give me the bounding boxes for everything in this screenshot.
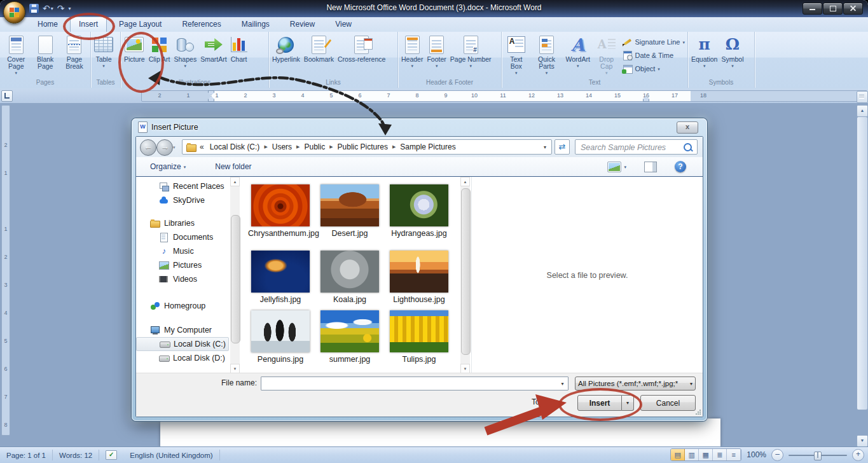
smartart-button[interactable]: SmartArt [198, 32, 228, 78]
object-button[interactable]: Object ▾ [623, 63, 685, 74]
footer-button[interactable]: Footer ▾ [425, 32, 448, 78]
file-item[interactable]: Lighthouse.jpg [387, 251, 451, 304]
close-button[interactable] [843, 3, 863, 15]
page-count[interactable]: Page: 1 of 1 [0, 450, 53, 460]
quick-parts-button[interactable]: Quick Parts ▾ [530, 32, 564, 78]
scroll-up-button[interactable]: ▲ [857, 105, 868, 117]
breadcrumb-item[interactable]: Local Disk (C:) [207, 142, 263, 151]
help-button[interactable]: ? [670, 159, 691, 174]
file-item[interactable]: Chrysanthemum.jpg [248, 184, 313, 238]
restore-button[interactable] [823, 3, 843, 15]
tab-mailings[interactable]: Mailings [233, 17, 278, 32]
print-layout-view-button[interactable]: ▤ [671, 449, 685, 460]
wordart-button[interactable]: A WordArt ▾ [564, 32, 592, 78]
breadcrumb-separator-icon[interactable]: ▶ [391, 144, 397, 149]
breadcrumb-separator-icon[interactable]: ▶ [263, 144, 268, 149]
dialog-close-button[interactable]: x [677, 121, 698, 134]
forward-button[interactable]: → [156, 139, 173, 156]
breadcrumb-separator-icon[interactable]: ▶ [295, 144, 301, 149]
outline-view-button[interactable]: ≣ [713, 449, 727, 460]
bookmark-button[interactable]: Bookmark [302, 32, 336, 78]
sidebar-item-documents[interactable]: Documents [136, 230, 230, 244]
symbol-button[interactable]: Ω Symbol ▾ [719, 32, 745, 78]
ruler-toggle-button[interactable] [857, 91, 868, 103]
new-folder-button[interactable]: New folder [210, 160, 256, 173]
scrollbar-thumb[interactable] [857, 116, 868, 410]
breadcrumb-item[interactable]: Sample Pictures [397, 142, 458, 151]
zoom-slider-thumb[interactable] [814, 452, 822, 460]
tab-review[interactable]: Review [282, 17, 323, 32]
zoom-slider[interactable] [789, 450, 847, 460]
proofing-button[interactable]: ✓ [99, 450, 123, 460]
sidebar-item-recent-places[interactable]: Recent Places [136, 179, 230, 193]
page-number-button[interactable]: # Page Number ▾ [448, 32, 493, 78]
full-screen-reading-view-button[interactable]: ▥ [685, 449, 699, 460]
text-box-button[interactable]: A Text Box ▾ [503, 32, 530, 78]
breadcrumb[interactable]: « Local Disk (C:) ▶ Users ▶ Public ▶ Pub… [182, 139, 552, 155]
drop-cap-button[interactable]: A Drop Cap ▾ [592, 32, 621, 78]
sidebar-item-libraries[interactable]: Libraries [136, 216, 230, 230]
sidebar-item-my-computer[interactable]: My Computer [136, 323, 230, 337]
scrollbar-thumb[interactable] [231, 215, 240, 343]
file-item[interactable]: summer.jpg [317, 310, 382, 364]
tab-selector[interactable] [1, 90, 13, 102]
file-item[interactable]: Jellyfish.jpg [248, 251, 313, 304]
tab-view[interactable]: View [327, 17, 360, 32]
sidebar-item-music[interactable]: ♪Music [136, 244, 230, 258]
file-item[interactable]: Koala.jpg [317, 251, 382, 304]
shapes-button[interactable]: Shapes ▾ [172, 32, 199, 78]
zoom-out-button[interactable]: – [771, 449, 783, 461]
breadcrumb-item[interactable]: Users [269, 142, 295, 151]
file-item[interactable]: Hydrangeas.jpg [387, 184, 451, 238]
cross-reference-button[interactable]: Cross-reference [336, 32, 387, 78]
back-button[interactable]: ← [140, 139, 156, 156]
header-button[interactable]: Header ▾ [399, 32, 425, 78]
document-page[interactable] [160, 418, 720, 447]
draft-view-button[interactable]: ≡ [727, 449, 741, 460]
tab-page-layout[interactable]: Page Layout [111, 17, 170, 32]
file-item[interactable]: Penguins.jpg [248, 310, 313, 364]
blank-page-button[interactable]: Blank Page [31, 32, 60, 78]
breadcrumb-separator-icon[interactable]: ▶ [328, 144, 334, 149]
file-item[interactable]: Tulips.jpg [387, 310, 451, 364]
scrollbar-thumb[interactable] [461, 188, 471, 355]
refresh-button[interactable]: ⇄ [555, 139, 570, 155]
equation-button[interactable]: π Equation ▾ [689, 32, 719, 78]
hyperlink-button[interactable]: Hyperlink [270, 32, 302, 78]
scroll-down-button[interactable]: ▼ [230, 364, 240, 373]
cancel-button[interactable]: Cancel [640, 395, 696, 411]
word-count[interactable]: Words: 12 [53, 450, 99, 460]
scroll-down-button[interactable]: ▼ [857, 435, 868, 447]
tools-dropdown[interactable]: Tools ▾ [532, 397, 555, 406]
sidebar-item-homegroup[interactable]: Homegroup [136, 299, 230, 313]
preview-pane-button[interactable] [639, 160, 662, 174]
recent-pages-caret-icon[interactable]: ▾ [173, 145, 176, 150]
file-name-input[interactable]: ▾ [261, 377, 568, 390]
sidebar-item-skydrive[interactable]: SkyDrive [136, 193, 230, 207]
search-input[interactable] [579, 141, 677, 154]
scroll-down-button[interactable]: ▼ [460, 364, 470, 373]
organize-button[interactable]: Organize ▾ [145, 160, 191, 173]
chart-button[interactable]: Chart [229, 32, 249, 78]
breadcrumb-item[interactable]: Public [301, 142, 329, 151]
minimize-button[interactable] [803, 3, 822, 15]
sidebar-item-videos[interactable]: Videos [136, 272, 230, 286]
resize-grip[interactable] [695, 409, 701, 415]
breadcrumb-item[interactable]: Public Pictures [334, 142, 391, 151]
address-dropdown-caret-icon[interactable]: ▾ [544, 144, 549, 150]
scroll-up-button[interactable]: ▲ [230, 177, 240, 186]
combo-caret-icon[interactable]: ▾ [557, 377, 568, 390]
zoom-in-button[interactable]: + [852, 449, 864, 461]
tab-home[interactable]: Home [29, 17, 66, 32]
sidebar-item-local-disk-c[interactable]: Local Disk (C:) [136, 337, 229, 351]
sidebar-item-pictures[interactable]: Pictures [136, 258, 230, 272]
zoom-level[interactable]: 100% [747, 450, 766, 459]
web-layout-view-button[interactable]: ▦ [699, 449, 713, 460]
file-item[interactable]: Desert.jpg [317, 184, 382, 238]
sidebar-item-local-disk-d[interactable]: Local Disk (D:) [136, 351, 230, 365]
tab-references[interactable]: References [174, 17, 229, 32]
signature-line-button[interactable]: Signature Line ▾ [623, 36, 685, 48]
language-indicator[interactable]: English (United Kingdom) [123, 450, 219, 460]
office-button[interactable] [3, 1, 25, 24]
scroll-up-button[interactable]: ▲ [460, 177, 470, 186]
